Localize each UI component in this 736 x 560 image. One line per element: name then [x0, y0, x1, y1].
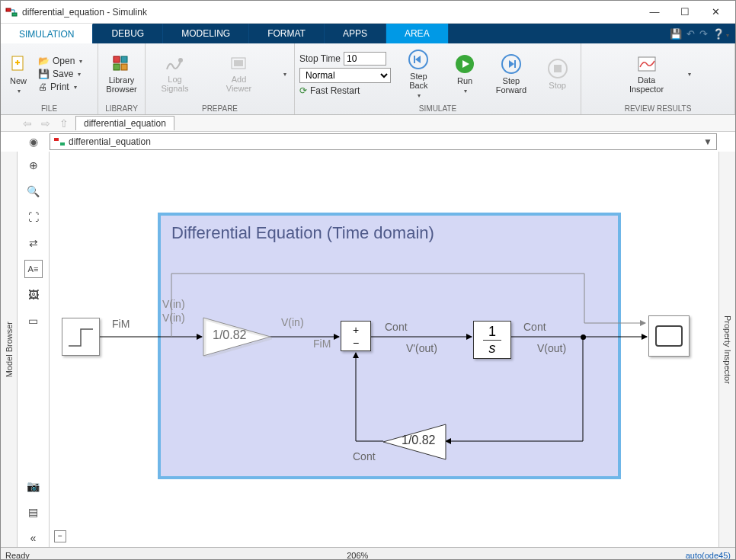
print-button[interactable]: 🖨Print▾ — [36, 81, 85, 93]
nav-fwd-icon[interactable]: ⇨ — [39, 117, 53, 130]
print-icon: 🖨 — [38, 82, 47, 92]
area-icon[interactable]: ▭ — [24, 312, 43, 330]
data-inspector-button[interactable]: Data Inspector — [626, 55, 668, 94]
ribbon: New▾ 📂Open▾ 💾Save▾ 🖨Print▾ FILE Library … — [1, 43, 735, 115]
fit-icon[interactable]: ⊕ — [24, 156, 43, 174]
new-button[interactable]: New▾ — [5, 54, 31, 94]
svg-rect-7 — [114, 64, 120, 70]
library-browser-button[interactable]: Library Browser — [103, 55, 140, 94]
sample-time-icon[interactable]: ⇄ — [24, 234, 43, 252]
svg-point-9 — [178, 58, 183, 62]
tab-modeling[interactable]: MODELING — [163, 24, 249, 43]
svg-rect-8 — [121, 64, 127, 70]
add-viewer-button[interactable]: Add Viewer — [218, 56, 261, 93]
open-button[interactable]: 📂Open▾ — [36, 55, 85, 67]
path-dropdown-icon[interactable]: ▼ — [699, 136, 716, 147]
model-canvas[interactable]: − Differential Equation (Time domain) — [50, 152, 718, 547]
maximize-button[interactable]: ☐ — [670, 2, 700, 23]
image-icon[interactable]: 🖼 — [24, 286, 43, 304]
simulation-mode-select[interactable]: Normal — [299, 68, 391, 83]
svg-rect-11 — [234, 60, 243, 66]
tab-debug[interactable]: DEBUG — [93, 24, 163, 43]
svg-rect-21 — [60, 142, 65, 146]
log-signals-button[interactable]: Log Signals — [154, 56, 197, 93]
signal-branch-node — [581, 334, 586, 340]
sum-block[interactable]: + − — [341, 321, 371, 351]
prepare-expand[interactable]: ▾ — [283, 71, 286, 78]
redo-icon[interactable]: ↷ — [699, 28, 708, 40]
status-ready: Ready — [5, 551, 30, 560]
signal-label-fim: FiM — [112, 318, 130, 330]
fit-view-icon[interactable]: ⛶ — [24, 208, 43, 226]
save-quick-icon[interactable]: 💾 — [670, 28, 682, 40]
tab-apps[interactable]: APPS — [325, 24, 386, 43]
step-block[interactable] — [62, 318, 100, 356]
minimize-button[interactable]: — — [639, 2, 670, 23]
record-icon[interactable]: ▤ — [24, 503, 43, 521]
model-browser-panel[interactable]: Model Browser — [1, 152, 18, 547]
fast-restart-toggle[interactable]: ⟳Fast Restart — [299, 85, 391, 96]
step-forward-button[interactable]: Step Forward — [493, 54, 530, 94]
status-solver[interactable]: auto(ode45) — [686, 551, 731, 560]
canvas-toolbar: ⊕ 🔍 ⛶ ⇄ A≡ 🖼 ▭ 📷 ▤ « — [18, 152, 50, 547]
undo-icon[interactable]: ↶ — [686, 28, 695, 40]
step-back-button[interactable]: Step Back▾ — [400, 50, 437, 99]
svg-rect-4 — [17, 60, 18, 65]
model-tab[interactable]: differential_equation — [75, 116, 174, 130]
close-button[interactable]: ✕ — [700, 2, 731, 23]
svg-rect-1 — [12, 13, 17, 16]
svg-rect-16 — [514, 60, 516, 68]
path-bar[interactable]: differential_equation ▼ — [50, 133, 717, 150]
review-expand[interactable]: ▾ — [688, 71, 691, 78]
tab-simulation[interactable]: SIMULATION — [1, 24, 93, 43]
gain1-value: 1/0.82 — [213, 328, 246, 342]
simulink-icon — [5, 6, 18, 18]
explorer-bar: ⇦ ⇨ ⇧ differential_equation — [1, 115, 735, 132]
folder-icon: 📂 — [38, 56, 50, 66]
window-title: differential_equation - Simulink — [22, 7, 639, 18]
toolstrip-tabs: SIMULATION DEBUG MODELING FORMAT APPS AR… — [1, 24, 735, 43]
save-button[interactable]: 💾Save▾ — [36, 68, 85, 80]
area-title: Differential Equation (Time domain) — [161, 216, 618, 251]
save-icon: 💾 — [38, 69, 50, 79]
svg-rect-18 — [554, 65, 562, 72]
integrator-block[interactable]: 1 s — [473, 321, 511, 359]
camera-icon[interactable]: 📷 — [24, 477, 43, 495]
tab-area[interactable]: AREA — [386, 24, 449, 43]
svg-rect-13 — [414, 56, 415, 63]
zoom-icon[interactable]: 🔍 — [24, 182, 43, 200]
svg-rect-6 — [121, 56, 127, 62]
status-bar: Ready 206% auto(ode45) — [1, 547, 735, 560]
svg-rect-20 — [54, 138, 59, 141]
run-button[interactable]: Run▾ — [446, 54, 484, 94]
nav-up-icon[interactable]: ⇧ — [57, 117, 71, 130]
status-zoom: 206% — [30, 551, 686, 560]
overview-toggle-icon[interactable]: − — [54, 530, 66, 542]
help-icon[interactable]: ❔▾ — [712, 28, 729, 40]
model-icon — [53, 136, 66, 148]
stop-time-input[interactable] — [344, 52, 386, 66]
collapse-icon[interactable]: « — [24, 529, 43, 547]
svg-rect-0 — [6, 8, 11, 11]
svg-rect-5 — [114, 56, 120, 62]
property-inspector-panel[interactable]: Property Inspector — [718, 152, 735, 547]
model-hierarchy-icon[interactable]: ◉ — [29, 136, 38, 148]
stop-button[interactable]: Stop — [539, 59, 576, 90]
scope-block[interactable] — [648, 315, 690, 357]
annotation-icon[interactable]: A≡ — [24, 260, 43, 278]
nav-back-icon[interactable]: ⇦ — [21, 117, 34, 130]
tab-format[interactable]: FORMAT — [249, 24, 325, 43]
gain2-value: 1/0.82 — [402, 434, 435, 447]
